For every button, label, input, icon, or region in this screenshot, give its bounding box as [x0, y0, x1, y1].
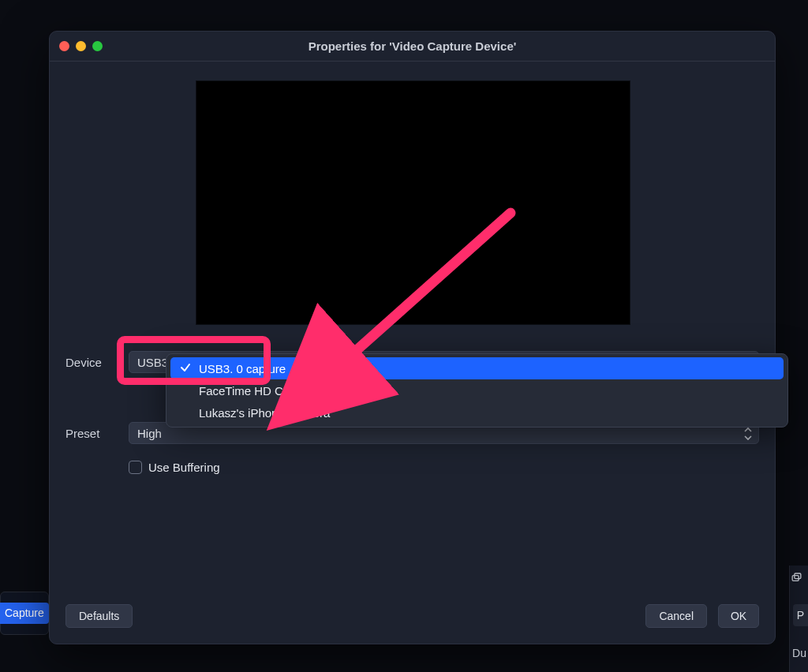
close-icon[interactable] [59, 41, 69, 51]
use-buffering-checkbox[interactable] [129, 461, 142, 474]
preset-label: Preset [65, 427, 129, 440]
device-option-label: Lukasz's iPhone Camera [199, 406, 330, 420]
device-option-facetime-hd-camera[interactable]: FaceTime HD Camera [170, 379, 784, 401]
cancel-button[interactable]: Cancel [645, 604, 707, 628]
use-buffering-label: Use Buffering [148, 461, 220, 474]
ok-button[interactable]: OK [718, 604, 759, 628]
layers-icon [790, 572, 803, 584]
svg-rect-1 [795, 573, 801, 579]
window-controls [59, 41, 103, 51]
properties-dialog: Properties for 'Video Capture Device' De… [49, 31, 776, 644]
titlebar: Properties for 'Video Capture Device' [50, 32, 775, 62]
device-dropdown: USB3. 0 capture FaceTime HD Camera Lukas… [166, 353, 788, 427]
video-preview [196, 80, 630, 325]
defaults-button[interactable]: Defaults [65, 604, 133, 628]
zoom-icon[interactable] [92, 41, 103, 51]
device-option-label: USB3. 0 capture [199, 362, 286, 375]
device-option-usb3-capture[interactable]: USB3. 0 capture [170, 357, 784, 379]
preset-select-value: High [137, 427, 162, 440]
device-option-label: FaceTime HD Camera [199, 384, 316, 398]
check-icon [180, 362, 191, 373]
device-label: Device [65, 356, 129, 369]
window-title: Properties for 'Video Capture Device' [309, 39, 517, 53]
chevron-updown-icon [743, 426, 754, 442]
background-right-button: P [793, 604, 808, 626]
minimize-icon[interactable] [76, 41, 86, 51]
device-option-lukasz-iphone-camera[interactable]: Lukasz's iPhone Camera [170, 401, 784, 424]
use-buffering-row: Use Buffering [129, 461, 220, 474]
background-capture-source-pill: Capture [0, 603, 49, 624]
background-du-text: Du [792, 647, 806, 659]
